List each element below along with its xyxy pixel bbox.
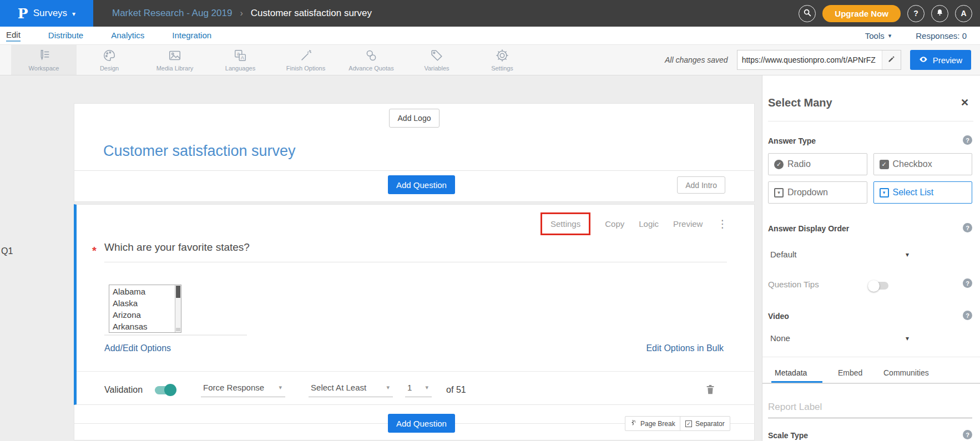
list-item[interactable]: Alabama: [113, 286, 173, 297]
search-button[interactable]: [799, 5, 816, 22]
toggle-knob: [164, 384, 176, 396]
nav-right: Tools▾ Responses: 0: [865, 31, 967, 40]
answer-display-order-label: Answer Display Order: [768, 224, 849, 233]
tab-distribute[interactable]: Distribute: [48, 31, 83, 41]
report-label-input[interactable]: [768, 402, 972, 418]
editor-toolbar: Workspace Design Media Library aA Langua…: [0, 44, 980, 75]
question-settings-button[interactable]: Settings: [540, 212, 590, 235]
validation-toggle[interactable]: [155, 386, 175, 394]
notifications-button[interactable]: [931, 5, 948, 22]
help-icon[interactable]: ?: [963, 135, 972, 145]
survey-url-box: [737, 50, 901, 70]
survey-url-input[interactable]: [737, 50, 882, 69]
listbox-scrollbar[interactable]: [175, 285, 181, 332]
video-label: Video: [768, 312, 789, 321]
upgrade-now-button[interactable]: Upgrade Now: [822, 5, 901, 22]
edit-url-button[interactable]: [882, 50, 901, 69]
help-icon[interactable]: ?: [963, 223, 972, 232]
answer-type-dropdown[interactable]: ▾ Dropdown: [768, 181, 867, 204]
question-tips-label: Question Tips: [768, 280, 819, 289]
add-question-button-top[interactable]: Add Question: [388, 175, 455, 194]
select-list-icon: ▾: [880, 188, 889, 197]
tab-embed[interactable]: Embed: [838, 368, 862, 377]
separator-button[interactable]: ✓ Separator: [680, 416, 730, 431]
add-question-button-bottom[interactable]: Add Question: [388, 414, 455, 433]
validation-rule-value: Select At Least: [311, 383, 366, 392]
toolbar-item-variables[interactable]: Variables: [404, 45, 469, 75]
toolbar-item-languages[interactable]: aA Languages: [208, 45, 273, 75]
tab-edit[interactable]: Edit: [6, 30, 21, 42]
tab-analytics[interactable]: Analytics: [111, 31, 144, 41]
answer-type-checkbox[interactable]: ✓ Checkbox: [873, 153, 973, 175]
question-divider: [77, 371, 754, 372]
toolbar-item-label: Languages: [225, 65, 255, 72]
pencil-icon: [887, 55, 896, 65]
close-panel-button[interactable]: ✕: [961, 97, 969, 109]
panel-divider: [768, 121, 973, 121]
bell-icon: [936, 8, 944, 18]
responses-count[interactable]: Responses: 0: [916, 31, 967, 40]
chevron-down-icon: ▾: [888, 32, 892, 39]
image-icon: [168, 48, 182, 63]
tools-menu[interactable]: Tools▾: [865, 31, 892, 40]
edit-options-in-bulk-link[interactable]: Edit Options in Bulk: [646, 343, 724, 353]
tab-integration[interactable]: Integration: [172, 31, 211, 41]
answer-type-radio[interactable]: ✓ Radio: [768, 153, 867, 175]
question-preview-button[interactable]: Preview: [673, 219, 703, 229]
tab-bar-border: [762, 383, 980, 384]
question-logic-button[interactable]: Logic: [639, 219, 659, 229]
validation-rule-select[interactable]: Select At Least▾: [309, 383, 393, 397]
answer-listbox[interactable]: Alabama Alaska Arizona Arkansas: [109, 285, 181, 333]
toolbar-item-workspace[interactable]: Workspace: [11, 45, 77, 75]
breadcrumb-folder-link[interactable]: Market Research - Aug 2019: [112, 8, 232, 19]
list-item[interactable]: Alaska: [113, 297, 173, 309]
add-logo-button[interactable]: Add Logo: [389, 109, 440, 128]
page-break-button[interactable]: Page Break: [625, 416, 681, 431]
tab-metadata[interactable]: Metadata: [775, 368, 807, 377]
avatar[interactable]: A: [955, 5, 972, 22]
survey-title[interactable]: Customer satisfaction survey: [103, 143, 296, 160]
survey-nav-tabs: Edit Distribute Analytics Integration To…: [0, 27, 980, 44]
validation-mode-select[interactable]: Force Response▾: [201, 383, 285, 397]
help-button[interactable]: ?: [907, 5, 925, 22]
toolbar-item-label: Finish Options: [286, 65, 325, 72]
question-text-field[interactable]: Which are your favorite states?: [104, 241, 727, 262]
answer-display-order-select[interactable]: Default ▾: [770, 250, 909, 259]
chevron-down-icon: ▾: [387, 384, 390, 391]
radio-icon: ✓: [774, 160, 784, 169]
list-item[interactable]: Arkansas: [113, 321, 173, 332]
panel-title: Select Many: [768, 97, 832, 109]
scrollbar-thumb[interactable]: [176, 286, 180, 298]
tab-communities[interactable]: Communities: [883, 368, 929, 377]
add-edit-options-link[interactable]: Add/Edit Options: [104, 343, 171, 353]
translate-icon: aA: [233, 48, 247, 63]
toolbar-item-advance-quotas[interactable]: Advance Quotas: [339, 45, 404, 75]
validation-count-select[interactable]: 1▾: [405, 383, 432, 397]
answer-type-option-label: Dropdown: [787, 187, 828, 197]
validation-count-value: 1: [407, 383, 412, 392]
preview-button[interactable]: Preview: [910, 50, 971, 70]
answer-type-options: ✓ Radio ✓ Checkbox ▾ Dropdown ▾ Select L…: [768, 153, 972, 204]
help-icon[interactable]: ?: [963, 430, 972, 439]
question-copy-button[interactable]: Copy: [605, 219, 624, 229]
delete-question-button[interactable]: [704, 383, 716, 397]
question-mark-icon: ?: [913, 9, 918, 18]
tools-label: Tools: [865, 31, 885, 40]
questionpro-logo: P: [18, 6, 28, 22]
help-icon[interactable]: ?: [963, 278, 972, 288]
surveys-menu[interactable]: P Surveys ▾: [0, 0, 93, 27]
toolbar-item-label: Design: [100, 65, 119, 72]
validation-mode-value: Force Response: [203, 383, 264, 392]
question-tips-toggle[interactable]: [869, 282, 888, 290]
toolbar-item-design[interactable]: Design: [77, 45, 142, 75]
answer-type-select-list[interactable]: ▾ Select List: [873, 181, 973, 204]
toolbar-item-finish-options[interactable]: Finish Options: [273, 45, 339, 75]
video-select[interactable]: None ▾: [770, 333, 909, 343]
toolbar-item-media-library[interactable]: Media Library: [142, 45, 208, 75]
add-intro-button[interactable]: Add Intro: [677, 176, 725, 194]
kebab-menu-icon[interactable]: ⋮: [717, 217, 728, 230]
help-icon[interactable]: ?: [963, 311, 972, 320]
toolbar-item-settings[interactable]: Settings: [469, 45, 535, 75]
list-item[interactable]: Arizona: [113, 309, 173, 321]
svg-text:A: A: [241, 55, 245, 60]
